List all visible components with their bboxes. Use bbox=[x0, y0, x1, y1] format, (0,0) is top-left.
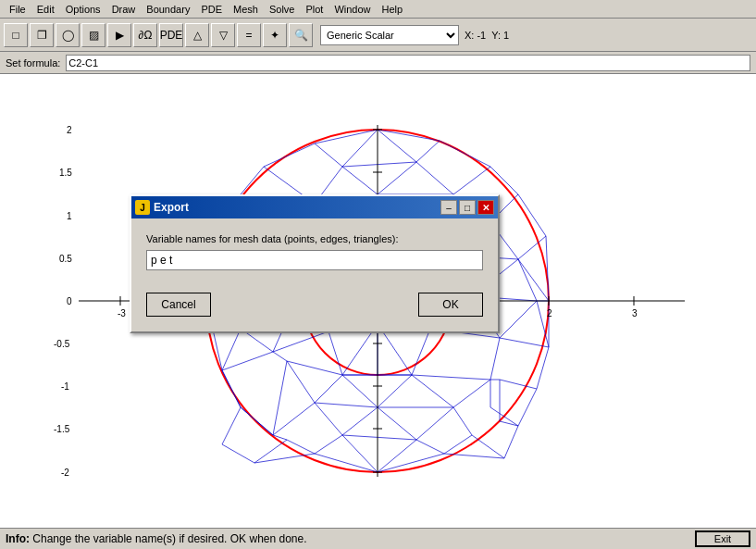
zoom-button[interactable]: 🔍 bbox=[289, 23, 313, 47]
dialog-ctrl-btns: – □ ✕ bbox=[440, 200, 494, 215]
info-label: Info: bbox=[6, 532, 30, 545]
mesh-refine-button[interactable]: ✦ bbox=[263, 23, 287, 47]
ellipse-button[interactable]: ◯ bbox=[56, 23, 80, 47]
menu-options[interactable]: Options bbox=[60, 2, 106, 17]
dialog-buttons: Cancel OK bbox=[146, 293, 483, 317]
dialog-body: Variable names for mesh data (points, ed… bbox=[131, 218, 498, 331]
menu-draw[interactable]: Draw bbox=[106, 2, 142, 17]
menu-help[interactable]: Help bbox=[377, 2, 409, 17]
menu-plot[interactable]: Plot bbox=[300, 2, 328, 17]
formula-input[interactable] bbox=[66, 55, 750, 71]
exit-button[interactable]: Exit bbox=[695, 530, 750, 547]
equals-button[interactable]: = bbox=[237, 23, 261, 47]
scalar-dropdown[interactable]: Generic Scalar bbox=[320, 25, 459, 45]
partial-button[interactable]: ∂Ω bbox=[133, 23, 157, 47]
info-message: Change the variable name(s) if desired. … bbox=[32, 532, 306, 545]
triangle-button[interactable]: △ bbox=[185, 23, 209, 47]
dialog-title: Export bbox=[154, 201, 189, 214]
formulabar: Set formula: bbox=[0, 52, 756, 74]
export-dialog: J Export – □ ✕ Variable names for mesh d… bbox=[130, 194, 500, 333]
coord-x: X: -1 bbox=[465, 30, 486, 41]
menu-boundary[interactable]: Boundary bbox=[141, 2, 195, 17]
dialog-overlay: J Export – □ ✕ Variable names for mesh d… bbox=[0, 74, 756, 528]
menu-mesh[interactable]: Mesh bbox=[228, 2, 264, 17]
tool5-button[interactable]: ▶ bbox=[107, 23, 131, 47]
ok-button[interactable]: OK bbox=[418, 293, 483, 317]
dialog-label: Variable names for mesh data (points, ed… bbox=[146, 233, 483, 244]
polygon-button[interactable]: ▨ bbox=[81, 23, 105, 47]
dialog-app-icon: J bbox=[135, 200, 150, 215]
statusbar: Info: Change the variable name(s) if des… bbox=[0, 528, 756, 549]
dialog-close-button[interactable]: ✕ bbox=[477, 200, 494, 215]
formula-label: Set formula: bbox=[6, 57, 60, 69]
cancel-button[interactable]: Cancel bbox=[146, 293, 211, 317]
triangle2-button[interactable]: ▽ bbox=[211, 23, 235, 47]
new-button[interactable]: □ bbox=[4, 23, 28, 47]
pde-toolbar-button[interactable]: PDE bbox=[159, 23, 183, 47]
menu-edit[interactable]: Edit bbox=[31, 2, 60, 17]
menu-solve[interactable]: Solve bbox=[264, 2, 301, 17]
main-area: -3 -2 -1 0 1 2 3 2 1.5 1 0.5 0 -0.5 -1 -… bbox=[0, 74, 756, 528]
dialog-minimize-button[interactable]: – bbox=[440, 200, 457, 215]
toolbar: □ ❐ ◯ ▨ ▶ ∂Ω PDE △ ▽ = ✦ 🔍 Generic Scala… bbox=[0, 19, 756, 52]
dialog-maximize-button[interactable]: □ bbox=[459, 200, 476, 215]
menubar: File Edit Options Draw Boundary PDE Mesh… bbox=[0, 0, 756, 19]
menu-pde[interactable]: PDE bbox=[195, 2, 228, 17]
coord-y: Y: 1 bbox=[491, 30, 509, 41]
dialog-variable-input[interactable] bbox=[146, 250, 483, 270]
dialog-titlebar: J Export – □ ✕ bbox=[131, 196, 498, 218]
open-button[interactable]: ❐ bbox=[30, 23, 54, 47]
menu-window[interactable]: Window bbox=[328, 2, 376, 17]
status-area: Info: Change the variable name(s) if des… bbox=[6, 532, 307, 545]
menu-file[interactable]: File bbox=[4, 2, 31, 17]
